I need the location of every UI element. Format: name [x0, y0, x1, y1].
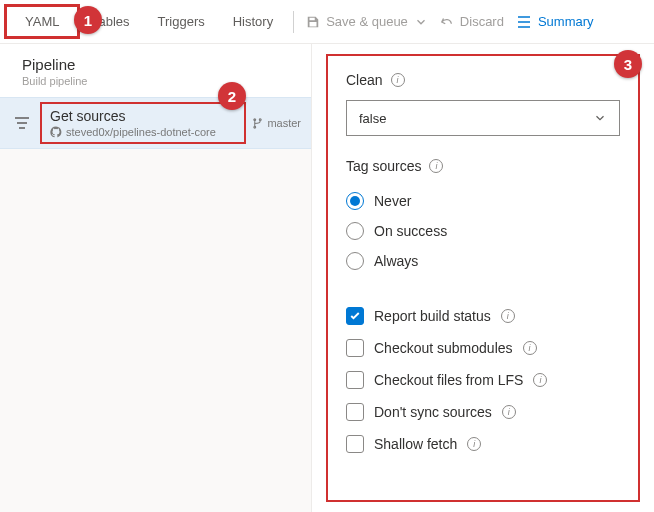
- checkbox-icon: [346, 371, 364, 389]
- chevron-down-icon: [593, 111, 607, 125]
- clean-value: false: [359, 111, 386, 126]
- tag-label-text: Tag sources: [346, 158, 421, 174]
- check-label: Don't sync sources: [374, 404, 492, 420]
- info-icon[interactable]: i: [391, 73, 405, 87]
- radio-label: Always: [374, 253, 418, 269]
- check-no-sync[interactable]: Don't sync sources i: [346, 396, 620, 428]
- info-icon[interactable]: i: [501, 309, 515, 323]
- tab-history[interactable]: History: [219, 4, 287, 39]
- checkbox-icon: [346, 339, 364, 357]
- check-label: Checkout submodules: [374, 340, 513, 356]
- summary-button[interactable]: Summary: [516, 14, 594, 29]
- get-sources-row[interactable]: Get sources steved0x/pipelines-dotnet-co…: [0, 97, 311, 149]
- right-panel: Clean i false Tag sources i Never: [312, 44, 654, 512]
- radio-on-success[interactable]: On success: [346, 216, 620, 246]
- radio-icon: [346, 192, 364, 210]
- checkbox-icon: [346, 403, 364, 421]
- check-label: Report build status: [374, 308, 491, 324]
- check-shallow-fetch[interactable]: Shallow fetch i: [346, 428, 620, 460]
- pipeline-subtitle: Build pipeline: [22, 75, 289, 87]
- tab-yaml[interactable]: YAML: [4, 4, 80, 39]
- summary-label: Summary: [538, 14, 594, 29]
- save-and-queue-button[interactable]: Save & queue: [300, 10, 434, 33]
- radio-label: On success: [374, 223, 447, 239]
- tab-triggers[interactable]: Triggers: [144, 4, 219, 39]
- branch-indicator: master: [252, 117, 301, 130]
- clean-select[interactable]: false: [346, 100, 620, 136]
- save-label: Save & queue: [326, 14, 408, 29]
- radio-never[interactable]: Never: [346, 186, 620, 216]
- info-icon[interactable]: i: [523, 341, 537, 355]
- clean-label-text: Clean: [346, 72, 383, 88]
- radio-icon: [346, 222, 364, 240]
- annotation-marker-1: 1: [74, 6, 102, 34]
- check-label: Checkout files from LFS: [374, 372, 523, 388]
- check-lfs[interactable]: Checkout files from LFS i: [346, 364, 620, 396]
- left-panel: Pipeline Build pipeline Get sources stev…: [0, 44, 312, 512]
- discard-label: Discard: [460, 14, 504, 29]
- info-icon[interactable]: i: [502, 405, 516, 419]
- get-sources-box: Get sources steved0x/pipelines-dotnet-co…: [40, 102, 246, 144]
- github-icon: [50, 126, 62, 138]
- info-icon[interactable]: i: [467, 437, 481, 451]
- info-icon[interactable]: i: [429, 159, 443, 173]
- filter-icon: [14, 116, 30, 130]
- annotation-marker-3: 3: [614, 50, 642, 78]
- checkbox-icon: [346, 307, 364, 325]
- check-report-build-status[interactable]: Report build status i: [346, 300, 620, 332]
- get-sources-title: Get sources: [50, 108, 236, 124]
- pipeline-header[interactable]: Pipeline Build pipeline: [0, 44, 311, 97]
- info-icon[interactable]: i: [533, 373, 547, 387]
- list-icon: [516, 15, 532, 29]
- chevron-down-icon: [414, 15, 428, 29]
- save-icon: [306, 15, 320, 29]
- repo-name: steved0x/pipelines-dotnet-core: [66, 126, 216, 138]
- checkbox-icon: [346, 435, 364, 453]
- settings-box: Clean i false Tag sources i Never: [326, 54, 640, 502]
- check-label: Shallow fetch: [374, 436, 457, 452]
- radio-always[interactable]: Always: [346, 246, 620, 276]
- clean-label: Clean i: [346, 72, 620, 88]
- radio-icon: [346, 252, 364, 270]
- tag-sources-label: Tag sources i: [346, 158, 620, 174]
- annotation-marker-2: 2: [218, 82, 246, 110]
- check-submodules[interactable]: Checkout submodules i: [346, 332, 620, 364]
- undo-icon: [440, 15, 454, 29]
- branch-icon: [252, 117, 263, 130]
- discard-button[interactable]: Discard: [434, 10, 510, 33]
- pipeline-title: Pipeline: [22, 56, 289, 73]
- branch-name: master: [267, 117, 301, 129]
- radio-label: Never: [374, 193, 411, 209]
- tag-sources-radios: Never On success Always: [346, 186, 620, 276]
- separator: [293, 11, 294, 33]
